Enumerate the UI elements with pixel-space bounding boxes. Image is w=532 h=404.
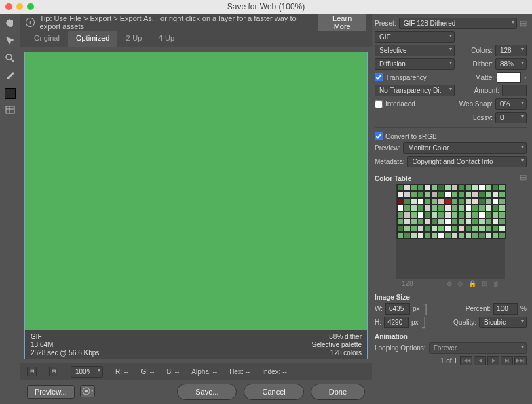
color-swatch[interactable]	[411, 218, 417, 225]
color-swatch[interactable]	[417, 218, 424, 225]
link-icon2[interactable]: ⎦	[421, 317, 426, 328]
hand-tool-icon[interactable]	[5, 18, 16, 30]
color-swatch[interactable]	[431, 211, 438, 218]
color-swatch[interactable]	[472, 225, 478, 232]
color-swatch[interactable]	[444, 232, 451, 239]
color-swatch[interactable]	[417, 184, 424, 191]
color-swatch[interactable]	[478, 191, 485, 198]
color-swatch[interactable]	[478, 198, 485, 205]
color-swatch[interactable]	[499, 198, 506, 205]
color-swatch[interactable]	[465, 225, 472, 232]
color-swatch[interactable]	[417, 191, 424, 198]
color-swatch[interactable]	[478, 218, 485, 225]
learn-more-button[interactable]: Learn More	[318, 12, 366, 33]
color-swatch[interactable]	[451, 211, 458, 218]
color-swatch[interactable]	[485, 191, 492, 198]
color-swatch[interactable]	[424, 205, 431, 211]
slice-visibility-icon[interactable]	[5, 104, 16, 117]
color-swatch[interactable]	[499, 205, 506, 211]
color-swatch[interactable]	[397, 218, 404, 225]
color-swatch[interactable]	[397, 211, 404, 218]
color-swatch[interactable]	[465, 211, 472, 218]
ct-web-icon[interactable]: ⊕	[446, 280, 452, 287]
color-swatch[interactable]	[499, 232, 506, 239]
color-swatch[interactable]	[451, 184, 458, 191]
color-swatch[interactable]	[485, 205, 492, 211]
color-swatch[interactable]	[458, 218, 465, 225]
color-swatch[interactable]	[485, 232, 492, 239]
colors-select[interactable]: 128	[495, 45, 527, 56]
color-swatch[interactable]	[478, 184, 485, 191]
color-swatch[interactable]	[485, 218, 492, 225]
color-swatch[interactable]	[397, 191, 404, 198]
color-swatch[interactable]	[458, 225, 465, 232]
color-swatch[interactable]	[431, 225, 438, 232]
color-swatch[interactable]	[404, 191, 411, 198]
color-swatch[interactable]	[478, 205, 485, 211]
save-button[interactable]: Save...	[177, 384, 237, 400]
color-swatch[interactable]	[465, 191, 472, 198]
color-swatch[interactable]	[458, 191, 465, 198]
tab-4up[interactable]: 4-Up	[150, 31, 183, 47]
color-swatch[interactable]	[438, 205, 444, 211]
color-swatch[interactable]	[411, 191, 417, 198]
close-icon[interactable]	[5, 3, 12, 10]
ct-lock-icon[interactable]: 🔒	[468, 280, 476, 287]
color-swatch[interactable]	[424, 211, 431, 218]
color-swatch[interactable]	[411, 225, 417, 232]
zoom-tool-icon[interactable]	[5, 53, 16, 65]
color-swatch[interactable]	[438, 218, 444, 225]
preset-select[interactable]: GIF 128 Dithered	[399, 18, 517, 29]
browser-preview-icon[interactable]: ▾	[80, 385, 95, 397]
color-swatch[interactable]	[472, 191, 478, 198]
color-swatch[interactable]	[492, 205, 499, 211]
color-swatch[interactable]	[444, 205, 451, 211]
ct-new-icon[interactable]: ⊞	[482, 280, 487, 287]
color-swatch[interactable]	[499, 191, 506, 198]
minimize-icon[interactable]	[16, 3, 23, 10]
percent-input[interactable]	[493, 303, 518, 315]
format-select[interactable]: GIF	[375, 31, 455, 43]
transparency-dither-select[interactable]: No Transparency Dit...	[375, 85, 455, 96]
color-swatch[interactable]	[485, 184, 492, 191]
color-swatch[interactable]	[431, 198, 438, 205]
color-swatch[interactable]	[478, 225, 485, 232]
color-swatch[interactable]	[465, 218, 472, 225]
color-swatch[interactable]	[451, 198, 458, 205]
color-swatch[interactable]	[465, 198, 472, 205]
color-swatch[interactable]	[397, 225, 404, 232]
tab-optimized[interactable]: Optimized	[68, 31, 118, 47]
done-button[interactable]: Done	[311, 384, 365, 400]
color-swatch[interactable]	[465, 205, 472, 211]
color-swatch[interactable]	[499, 211, 506, 218]
color-swatch[interactable]	[472, 198, 478, 205]
link-icon[interactable]: ⎤	[423, 304, 428, 315]
color-swatch[interactable]	[444, 191, 451, 198]
color-swatch[interactable]	[431, 205, 438, 211]
height-input[interactable]	[384, 317, 408, 328]
color-swatch[interactable]	[458, 184, 465, 191]
zoom-select[interactable]: 100%	[71, 366, 103, 378]
color-swatch[interactable]	[451, 232, 458, 239]
colortable-menu-icon[interactable]: ▤	[520, 173, 527, 182]
color-swatch[interactable]	[438, 198, 444, 205]
cancel-button[interactable]: Cancel	[244, 384, 303, 400]
color-swatch[interactable]	[465, 184, 472, 191]
color-swatch[interactable]	[411, 205, 417, 211]
color-swatch[interactable]	[404, 205, 411, 211]
eyedropper-tool-icon[interactable]	[5, 70, 16, 83]
color-swatch[interactable]	[478, 232, 485, 239]
tab-original[interactable]: Original	[26, 31, 68, 47]
color-swatch[interactable]	[431, 184, 438, 191]
color-swatch[interactable]	[404, 184, 411, 191]
color-swatch[interactable]	[465, 232, 472, 239]
srgb-checkbox[interactable]	[375, 132, 383, 140]
metadata-select[interactable]: Copyright and Contact Info	[407, 156, 527, 167]
color-swatch[interactable]	[431, 232, 438, 239]
tab-2up[interactable]: 2-Up	[117, 31, 150, 47]
color-swatch[interactable]	[451, 225, 458, 232]
dither-method-select[interactable]: Diffusion	[375, 58, 455, 70]
color-swatch[interactable]	[492, 211, 499, 218]
color-swatch[interactable]	[444, 184, 451, 191]
color-swatch[interactable]	[499, 218, 506, 225]
